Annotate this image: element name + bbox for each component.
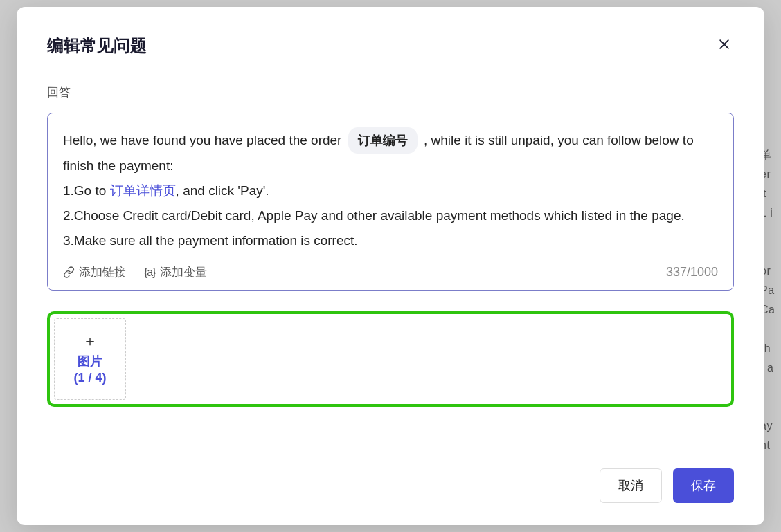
image-upload-button[interactable]: ＋ 图片 (1 / 4)	[54, 318, 126, 400]
order-detail-link[interactable]: 订单详情页	[110, 183, 176, 198]
modal-title: 编辑常见问题	[47, 35, 147, 57]
variable-chip-order-number[interactable]: 订单编号	[348, 127, 418, 154]
close-button[interactable]	[715, 35, 734, 57]
edit-faq-modal: 编辑常见问题 回答 Hello, we have found you have …	[17, 7, 764, 525]
add-variable-button[interactable]: {a} 添加变量	[144, 264, 207, 280]
link-icon	[63, 266, 75, 278]
cancel-button[interactable]: 取消	[600, 468, 662, 503]
editor-text-before-chip: Hello, we have found you have placed the…	[63, 133, 345, 147]
editor-content[interactable]: Hello, we have found you have placed the…	[63, 127, 718, 253]
close-icon	[717, 37, 731, 51]
editor-line4: 3.Make sure all the payment information …	[63, 233, 358, 248]
modal-footer: 取消 保存	[47, 452, 734, 503]
add-variable-label: 添加变量	[160, 264, 207, 280]
brace-icon: {a}	[144, 266, 156, 279]
image-upload-highlight: ＋ 图片 (1 / 4)	[47, 311, 734, 407]
answer-editor[interactable]: Hello, we have found you have placed the…	[47, 113, 734, 291]
editor-line2-suffix: , and click 'Pay'.	[176, 183, 269, 198]
modal-header: 编辑常见问题	[47, 35, 734, 57]
add-link-label: 添加链接	[79, 264, 126, 280]
add-link-button[interactable]: 添加链接	[63, 264, 126, 280]
upload-count: (1 / 4)	[73, 371, 106, 385]
toolbar-left: 添加链接 {a} 添加变量	[63, 264, 207, 280]
answer-section-label: 回答	[47, 84, 734, 100]
editor-line2-prefix: 1.Go to	[63, 183, 110, 198]
upload-label: 图片	[78, 353, 102, 369]
editor-toolbar: 添加链接 {a} 添加变量 337/1000	[63, 264, 718, 280]
editor-line3: 2.Choose Credit card/Debit card, Apple P…	[63, 208, 685, 223]
save-button[interactable]: 保存	[673, 468, 734, 503]
plus-icon: ＋	[82, 333, 98, 349]
character-counter: 337/1000	[666, 265, 718, 279]
